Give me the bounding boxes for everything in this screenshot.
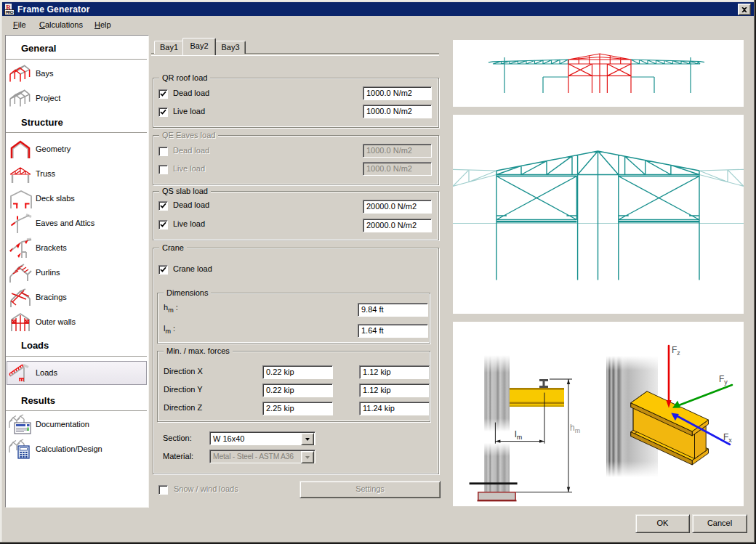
eaves-icon	[9, 213, 32, 233]
tab-bay3[interactable]: Bay3	[215, 41, 246, 54]
checkmark-icon	[160, 267, 166, 273]
sidebar-item-label: Purlins	[36, 268, 60, 277]
input-qr-dead-load[interactable]: 1000.0 N/m2	[363, 86, 432, 100]
material-dropdown-button	[301, 451, 314, 463]
crane-detail-drawing	[453, 322, 744, 506]
checkbox-label: Live load	[173, 164, 205, 173]
group-title: QR roof load	[159, 73, 210, 83]
menu-file[interactable]: File	[13, 20, 26, 29]
loads-icon	[9, 362, 32, 383]
force-label-z: Direction Z	[164, 403, 202, 412]
group-qe-eaves-load: QE Eaves load Dead load 1000.0 N/m2 Live…	[153, 135, 439, 185]
checkmark-icon	[160, 203, 166, 209]
truss-icon	[9, 163, 32, 184]
sidebar-item-label: Eaves and Attics	[36, 219, 94, 227]
menu-help[interactable]: Help	[94, 20, 111, 29]
sidebar-item-purlins[interactable]: Purlins	[6, 260, 147, 285]
sidebar-item-geometry[interactable]: Geometry	[6, 137, 147, 161]
outer-walls-icon	[9, 312, 32, 332]
sidebar-item-label: Project	[36, 94, 60, 102]
menubar: File Calculations Help	[2, 17, 754, 32]
checkbox-qr-dead-load[interactable]	[158, 89, 168, 99]
dim-label-lm: lm	[515, 429, 522, 441]
input-qs-live-load[interactable]: 20000.0 N/m2	[363, 219, 432, 232]
input-force-z-max[interactable]: 11.24 kip	[359, 402, 430, 415]
sidebar-header-loads: Loads	[21, 340, 49, 351]
material-label: Material:	[163, 452, 193, 460]
sidebar-item-brackets[interactable]: Brackets	[6, 235, 147, 260]
bracings-icon	[9, 287, 32, 307]
frame-generator-window: R PRO Frame Generator File Calculations …	[0, 0, 756, 544]
checkbox-qs-live-load[interactable]	[158, 220, 168, 230]
input-lm[interactable]: 1.64 ft	[358, 324, 428, 338]
checkmark-icon	[160, 222, 166, 228]
input-hm[interactable]: 9.84 ft	[358, 303, 428, 317]
checkbox-qs-dead-load[interactable]	[158, 201, 168, 211]
checkbox-qr-live-load[interactable]	[158, 107, 168, 117]
sidebar-item-truss[interactable]: Truss	[6, 161, 147, 186]
sidebar-item-bays[interactable]: Bays	[6, 61, 147, 86]
preview-structure-overview	[453, 40, 744, 107]
ok-button[interactable]: OK	[635, 514, 690, 533]
section-dropdown-button[interactable]	[301, 433, 314, 445]
structure-overview-drawing	[453, 40, 744, 107]
sidebar-item-calculation[interactable]: Calculation/Design	[6, 437, 147, 461]
sidebar-item-label: Brackets	[36, 243, 67, 252]
sidebar-item-bracings[interactable]: Bracings	[6, 285, 147, 309]
checkbox-label: Dead load	[173, 89, 209, 97]
checkbox-crane-load[interactable]	[158, 265, 168, 275]
sidebar-item-eaves[interactable]: Eaves and Attics	[6, 211, 147, 235]
input-force-z-min[interactable]: 2.25 kip	[262, 402, 333, 415]
sidebar-item-documentation[interactable]: Documentation	[6, 412, 147, 437]
chevron-down-icon	[305, 438, 310, 443]
purlins-icon	[9, 262, 32, 283]
bays-icon	[9, 63, 32, 84]
sidebar-header-structure: Structure	[21, 117, 63, 128]
preview-crane-details: lm hm Fz Fy Fx	[453, 322, 744, 506]
sidebar-item-project[interactable]: Project	[6, 86, 147, 110]
preview-bay-elevation	[453, 115, 744, 314]
menu-calculations[interactable]: Calculations	[39, 20, 83, 29]
input-qe-dead-load: 1000.0 N/m2	[363, 144, 432, 158]
close-button[interactable]	[738, 4, 751, 15]
input-qr-live-load[interactable]: 1000.0 N/m2	[363, 105, 432, 118]
group-title: Dimensions	[164, 288, 211, 298]
project-icon	[9, 88, 32, 108]
input-force-y-max[interactable]: 1.12 kip	[359, 383, 430, 397]
section-value: W 16x40	[213, 433, 244, 444]
checkmark-icon	[160, 91, 166, 97]
checkbox-snow-wind	[158, 485, 168, 495]
sidebar: General Bays Projec	[5, 35, 149, 508]
group-title: QE Eaves load	[159, 131, 218, 140]
titlebar: R PRO Frame Generator	[2, 2, 754, 16]
dimension-label-hm: hm :	[164, 303, 178, 314]
sidebar-header-general: General	[21, 43, 56, 54]
tab-bay2[interactable]: Bay2	[182, 38, 216, 55]
section-label: Section:	[163, 434, 192, 442]
checkbox-qe-live-load	[158, 165, 168, 174]
group-qr-roof-load: QR roof load Dead load 1000.0 N/m2 Live …	[153, 78, 439, 128]
input-force-x-max[interactable]: 1.12 kip	[359, 365, 430, 379]
sidebar-item-loads[interactable]: Loads	[6, 360, 147, 385]
sidebar-item-outer-walls[interactable]: Outer walls	[6, 309, 147, 334]
input-force-y-min[interactable]: 0.22 kip	[262, 383, 333, 397]
input-force-x-min[interactable]: 0.22 kip	[262, 365, 333, 379]
sidebar-item-deck-slabs[interactable]: Deck slabs	[6, 186, 147, 211]
cancel-button[interactable]: Cancel	[692, 514, 747, 533]
settings-button: Settings	[299, 481, 441, 498]
sidebar-item-label: Geometry	[36, 145, 71, 153]
app-icon: R PRO	[4, 4, 16, 15]
sidebar-item-label: Calculation/Design	[36, 444, 102, 453]
tab-bay1[interactable]: Bay1	[154, 41, 184, 54]
section-combo[interactable]: W 16x40	[209, 431, 315, 445]
input-qe-live-load: 1000.0 N/m2	[363, 162, 432, 176]
sidebar-item-label: Outer walls	[36, 317, 76, 326]
input-qs-dead-load[interactable]: 20000.0 N/m2	[363, 200, 432, 214]
checkbox-label: Live load	[173, 107, 205, 115]
material-combo: Metal - Steel - ASTM A36	[209, 450, 315, 463]
force-label-x: Direction X	[164, 367, 203, 375]
dimension-label-lm: lm :	[164, 324, 175, 335]
brackets-icon	[9, 238, 32, 258]
group-qs-slab-load: QS slab load Dead load 20000.0 N/m2 Live…	[153, 191, 439, 240]
sidebar-header-results: Results	[21, 395, 55, 406]
